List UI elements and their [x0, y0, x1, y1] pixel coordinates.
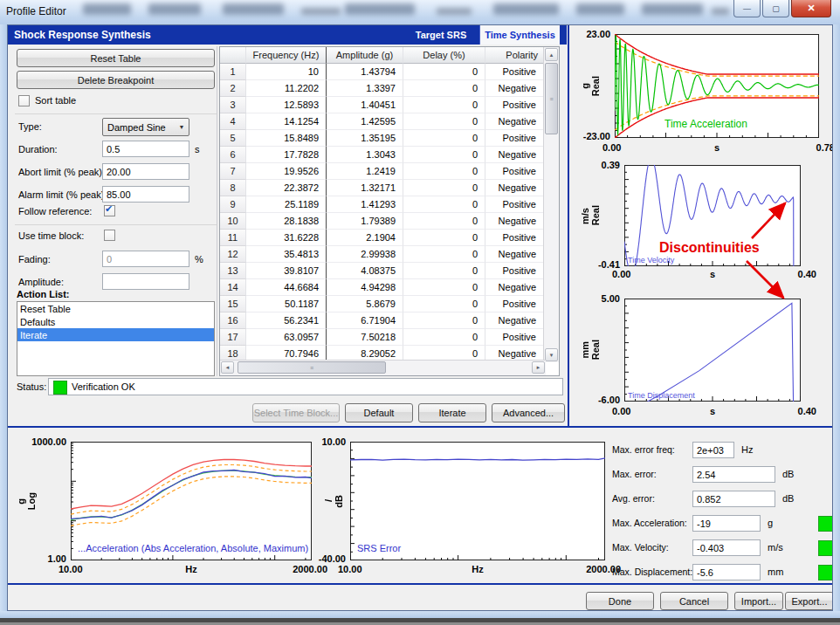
table-cell[interactable]: Negative — [485, 147, 544, 163]
minimize-button[interactable]: — — [733, 0, 761, 17]
table-cell[interactable]: 6 — [220, 147, 246, 163]
action-list[interactable]: Reset TableDefaultsIterate — [17, 301, 215, 376]
table-cell[interactable]: 0 — [403, 312, 485, 329]
table-cell[interactable]: Negative — [485, 246, 544, 263]
table-cell[interactable]: 16 — [220, 312, 246, 329]
table-cell[interactable]: 0 — [403, 180, 485, 196]
table-cell[interactable]: 0 — [403, 147, 485, 163]
table-cell[interactable]: 7.50218 — [327, 329, 403, 346]
table-cell[interactable]: 2.1904 — [327, 230, 403, 246]
table-cell[interactable]: 50.1187 — [246, 296, 327, 312]
table-cell[interactable]: 0 — [403, 246, 485, 263]
table-cell[interactable]: 0 — [403, 196, 485, 213]
table-cell[interactable]: 0 — [403, 80, 485, 97]
column-header[interactable] — [220, 47, 246, 64]
tab-target-srs[interactable]: Target SRS — [403, 25, 480, 45]
table-cell[interactable]: 4.94298 — [327, 279, 403, 296]
select-time-block-button[interactable]: Select Time Block... — [252, 403, 340, 422]
table-cell[interactable]: 5.8679 — [327, 296, 403, 312]
table-cell[interactable]: 3 — [220, 97, 246, 113]
table-cell[interactable]: 25.1189 — [246, 196, 327, 213]
stat-value-field[interactable] — [692, 564, 761, 580]
scroll-up-icon[interactable]: ▲ — [545, 48, 558, 61]
maximize-button[interactable]: ▢ — [762, 0, 789, 17]
follow-reference-checkbox[interactable]: ✔ — [104, 205, 115, 216]
table-cell[interactable]: 7 — [220, 163, 246, 180]
table-cell[interactable]: 22.3872 — [246, 180, 327, 196]
table-cell[interactable]: 1.3043 — [327, 147, 403, 163]
table-cell[interactable]: 2 — [220, 80, 246, 97]
table-cell[interactable]: 4 — [220, 113, 246, 130]
table-cell[interactable]: 35.4813 — [246, 246, 327, 263]
table-cell[interactable]: 1.40451 — [327, 97, 403, 113]
table-cell[interactable]: 1.41293 — [327, 196, 403, 213]
titlebar[interactable]: Profile Editor — ▢ ✕ — [0, 0, 840, 25]
fading-field[interactable] — [102, 251, 189, 267]
table-cell[interactable]: 12.5893 — [246, 97, 327, 113]
table-cell[interactable]: 12 — [220, 246, 246, 263]
table-cell[interactable]: 39.8107 — [246, 263, 327, 279]
table-cell[interactable]: Positive — [485, 97, 544, 113]
table-cell[interactable]: 0 — [403, 263, 485, 279]
default-button[interactable]: Default — [345, 403, 413, 422]
table-cell[interactable]: 1 — [220, 64, 246, 80]
cancel-button[interactable]: Cancel — [660, 592, 728, 610]
table-cell[interactable]: Positive — [485, 329, 544, 346]
scroll-down-icon[interactable]: ▼ — [545, 348, 558, 361]
table-cell[interactable]: 17.7828 — [246, 147, 327, 163]
column-header[interactable]: Frequency (Hz) — [246, 47, 327, 64]
table-cell[interactable]: 8 — [220, 180, 246, 196]
vertical-scroll-thumb[interactable]: ≡ — [545, 63, 558, 134]
table-cell[interactable]: 1.43794 — [327, 64, 403, 80]
table-cell[interactable]: Positive — [485, 230, 544, 246]
table-cell[interactable]: 1.2419 — [327, 163, 403, 180]
action-item-iterate[interactable]: Iterate — [17, 328, 214, 341]
table-cell[interactable]: Positive — [485, 130, 544, 147]
iterate-button[interactable]: Iterate — [418, 403, 486, 422]
table-cell[interactable]: 44.6684 — [246, 279, 327, 296]
table-cell[interactable]: 14.1254 — [246, 113, 327, 130]
table-cell[interactable]: 1.35195 — [327, 130, 403, 147]
scroll-right-icon[interactable]: ► — [532, 361, 545, 374]
table-cell[interactable]: 0 — [403, 97, 485, 113]
advanced-button[interactable]: Advanced... — [492, 403, 565, 422]
table-cell[interactable]: Negative — [485, 213, 544, 230]
close-button[interactable]: ✕ — [791, 0, 831, 17]
action-item-defaults[interactable]: Defaults — [17, 315, 214, 328]
table-cell[interactable]: Negative — [485, 312, 544, 329]
table-cell[interactable]: 28.1838 — [246, 213, 327, 230]
table-cell[interactable]: 63.0957 — [246, 329, 327, 346]
amplitude-field[interactable] — [102, 273, 189, 290]
import-button[interactable]: Import... — [734, 592, 783, 610]
tab-time-synthesis[interactable]: Time Synthesis — [480, 25, 560, 45]
table-cell[interactable]: Negative — [485, 113, 544, 130]
table-cell[interactable]: 14 — [220, 279, 246, 296]
table-cell[interactable]: 15.8489 — [246, 130, 327, 147]
table-cell[interactable]: 31.6228 — [246, 230, 327, 246]
export-button[interactable]: Export... — [785, 592, 833, 610]
table-cell[interactable]: 0 — [403, 230, 485, 246]
abort-limit-field[interactable] — [102, 163, 189, 180]
horizontal-scrollbar[interactable]: ◄≡► — [220, 360, 546, 375]
stat-value-field[interactable] — [692, 539, 761, 556]
table-cell[interactable]: 11 — [220, 230, 246, 246]
stat-value-field[interactable] — [692, 515, 761, 532]
table-cell[interactable]: 1.3397 — [327, 80, 403, 97]
horizontal-scroll-thumb[interactable]: ≡ — [238, 361, 386, 374]
table-cell[interactable]: 1.79389 — [327, 213, 403, 230]
table-cell[interactable]: Positive — [485, 64, 544, 80]
use-time-block-checkbox[interactable] — [104, 230, 115, 241]
done-button[interactable]: Done — [586, 592, 654, 610]
breakpoint-table[interactable]: Frequency (Hz)Amplitude (g)Delay (%)Pola… — [219, 46, 560, 376]
table-cell[interactable]: Negative — [485, 180, 544, 196]
table-cell[interactable]: Positive — [485, 296, 544, 312]
table-cell[interactable]: 0 — [403, 296, 485, 312]
table-cell[interactable]: 2.99938 — [327, 246, 403, 263]
table-cell[interactable]: 10 — [246, 64, 327, 80]
sort-table-checkbox[interactable] — [18, 95, 30, 106]
table-cell[interactable]: 1.32171 — [327, 180, 403, 196]
table-cell[interactable]: 56.2341 — [246, 312, 327, 329]
stat-value-field[interactable] — [692, 466, 775, 483]
table-cell[interactable]: 0 — [403, 279, 485, 296]
table-cell[interactable]: 15 — [220, 296, 246, 312]
